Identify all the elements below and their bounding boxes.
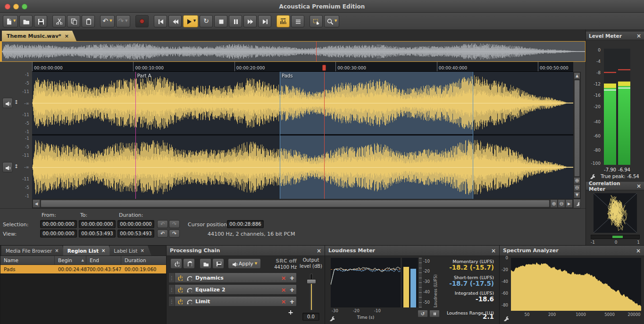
timeline-ruler[interactable]: 00:00:00:00000:00:10:00000:00:20:00000:0… <box>32 62 573 72</box>
correlation-meter-header[interactable]: Correlation Meter × <box>586 182 644 190</box>
zoom-in-vertical-icon[interactable]: ⊕ <box>574 177 580 184</box>
view-redo-button[interactable]: ↷ <box>169 230 180 238</box>
marker-label-pads[interactable]: Pads <box>282 73 293 78</box>
spectrum-settings-wrench-icon[interactable] <box>503 315 509 321</box>
record-button[interactable] <box>135 15 149 27</box>
cursor-position-value[interactable]: 00:00:28:886 <box>227 220 264 228</box>
tab-close-icon[interactable]: × <box>55 248 59 253</box>
stop-button[interactable] <box>214 15 227 27</box>
chain-copy-button[interactable] <box>183 258 195 269</box>
marker-line-part-a[interactable] <box>135 72 136 199</box>
apply-button[interactable]: Apply ▼ <box>228 258 261 269</box>
media-panel-tab[interactable]: Media File Browser × <box>1 246 66 256</box>
rewind-button[interactable] <box>168 15 182 27</box>
column-header-begin[interactable]: Begin▲ <box>55 256 86 264</box>
stereo-waveform-canvas[interactable] <box>32 72 573 199</box>
selection-to-value[interactable]: 00:00:00:000 <box>79 220 116 228</box>
zoom-tool-button[interactable]: ▼ <box>324 15 339 27</box>
view-from-value[interactable]: 00:00:00:000 <box>40 230 77 238</box>
selection-duration-value[interactable]: 00:00:00:000 <box>117 220 154 228</box>
undo-button[interactable]: ↶▼ <box>100 15 114 27</box>
cut-button[interactable] <box>52 15 66 27</box>
level-meter-close-icon[interactable]: × <box>636 33 641 39</box>
scroll-left-icon[interactable]: ◀ <box>33 199 40 208</box>
tab-close-icon[interactable]: × <box>101 248 105 253</box>
region-list-empty-area[interactable] <box>0 273 166 324</box>
plugin-remove-icon[interactable]: × <box>279 274 288 281</box>
vertical-scroll-thumb[interactable] <box>574 80 580 177</box>
plugin-row[interactable]: ⋮ Limit × + <box>168 296 297 307</box>
column-header-duration[interactable]: Duration <box>121 256 167 264</box>
chain-save-button[interactable] <box>212 258 224 269</box>
slider-knob[interactable] <box>307 279 316 284</box>
spectrum-analyzer-header[interactable]: Spectrum Analyzer × <box>500 246 644 256</box>
output-level-value[interactable]: 0.0 <box>302 313 319 321</box>
column-header-name[interactable]: Name <box>0 256 55 264</box>
plugin-remove-icon[interactable]: × <box>279 286 288 293</box>
scrub-tool-button[interactable] <box>276 15 290 27</box>
media-panel-tab[interactable]: Region List × <box>63 246 113 256</box>
plugin-monitor-headphones-icon[interactable] <box>184 298 194 304</box>
marker-label-part-a[interactable]: Part A <box>137 73 151 78</box>
plugin-add-icon[interactable]: + <box>288 298 296 305</box>
go-to-end-button[interactable] <box>258 15 271 27</box>
plugin-add-icon[interactable]: + <box>288 286 296 293</box>
horizontal-scrollbar[interactable]: ◀ ⊕ ⊖ ▶ <box>32 199 573 208</box>
scroll-up-icon[interactable]: ▲ <box>574 72 580 79</box>
region-end-edge[interactable] <box>473 72 473 199</box>
add-plugin-button[interactable]: + <box>286 308 295 316</box>
waveform-display[interactable]: Part A Pads <box>32 72 573 199</box>
plugin-power-icon[interactable] <box>175 287 184 292</box>
tab-close-icon[interactable]: × <box>65 33 69 39</box>
correlation-meter-close-icon[interactable]: × <box>636 183 641 189</box>
log-view-button[interactable] <box>291 15 304 27</box>
plugin-add-icon[interactable]: + <box>288 274 296 281</box>
loudness-reset-button[interactable]: ↺ <box>418 310 428 317</box>
processing-chain-close-icon[interactable]: × <box>317 248 321 254</box>
level-meter-header[interactable]: Level Meter × <box>586 32 644 40</box>
processing-chain-header[interactable]: Processing Chain × <box>167 246 325 256</box>
save-file-button[interactable] <box>34 15 47 27</box>
scroll-right-icon[interactable]: ▶ <box>565 199 573 208</box>
selection-tool-button[interactable] <box>309 15 323 27</box>
channel-1-options-button[interactable] <box>2 98 13 108</box>
overview-waveform[interactable] <box>2 42 585 61</box>
copy-button[interactable] <box>67 15 80 27</box>
selection-redo-button[interactable]: ↷ <box>169 220 180 228</box>
plugin-power-icon[interactable] <box>175 298 184 304</box>
open-file-button[interactable] <box>19 15 33 27</box>
loop-playback-button[interactable]: ↻ <box>200 15 213 27</box>
channel-2-options-button[interactable] <box>2 162 13 172</box>
editor-settings-button[interactable] <box>573 199 581 208</box>
horizontal-scroll-thumb[interactable] <box>41 200 550 207</box>
paste-button[interactable] <box>82 15 95 27</box>
view-undo-button[interactable]: ↶ <box>157 230 168 238</box>
drag-handle-icon[interactable]: ⋮ <box>169 297 175 306</box>
spectrum-analyzer-close-icon[interactable]: × <box>636 248 641 254</box>
output-level-slider[interactable] <box>305 273 318 311</box>
pause-button[interactable] <box>229 15 242 27</box>
chain-open-button[interactable] <box>200 258 211 269</box>
loudness-meter-header[interactable]: Loudness Meter × <box>325 246 499 256</box>
chain-bypass-button[interactable] <box>170 258 182 269</box>
playhead-marker-handle[interactable] <box>322 65 326 71</box>
plugin-remove-icon[interactable]: × <box>279 298 288 305</box>
plugin-row[interactable]: ⋮ Dynamics × + <box>168 273 297 283</box>
plugin-power-icon[interactable] <box>175 275 184 281</box>
plugin-monitor-headphones-icon[interactable] <box>184 287 194 292</box>
drag-handle-icon[interactable]: ⋮ <box>169 273 175 282</box>
document-tab[interactable]: Theme Music.wav* × <box>2 31 76 41</box>
new-file-button[interactable]: ▼ <box>3 15 18 27</box>
vertical-scrollbar[interactable]: ▲ ⊕ ⊖ ▼ <box>573 72 581 199</box>
play-button[interactable]: ▼ <box>183 15 198 27</box>
drag-handle-icon[interactable]: ⋮ <box>169 285 175 294</box>
view-range-start-handle[interactable] <box>0 42 2 61</box>
zoom-in-horizontal-icon[interactable]: ⊕ <box>550 199 558 208</box>
column-header-end[interactable]: End <box>86 256 121 264</box>
redo-button[interactable]: ↷▼ <box>116 15 130 27</box>
tab-close-icon[interactable]: × <box>140 248 144 253</box>
region-row-selected[interactable]: Pads 00:00:24:487 00:00:43:547 00:00:19:… <box>0 265 167 273</box>
media-panel-tab[interactable]: Label List × <box>109 246 151 256</box>
file-overview[interactable] <box>0 41 585 62</box>
selection-from-value[interactable]: 00:00:00:000 <box>40 220 77 228</box>
